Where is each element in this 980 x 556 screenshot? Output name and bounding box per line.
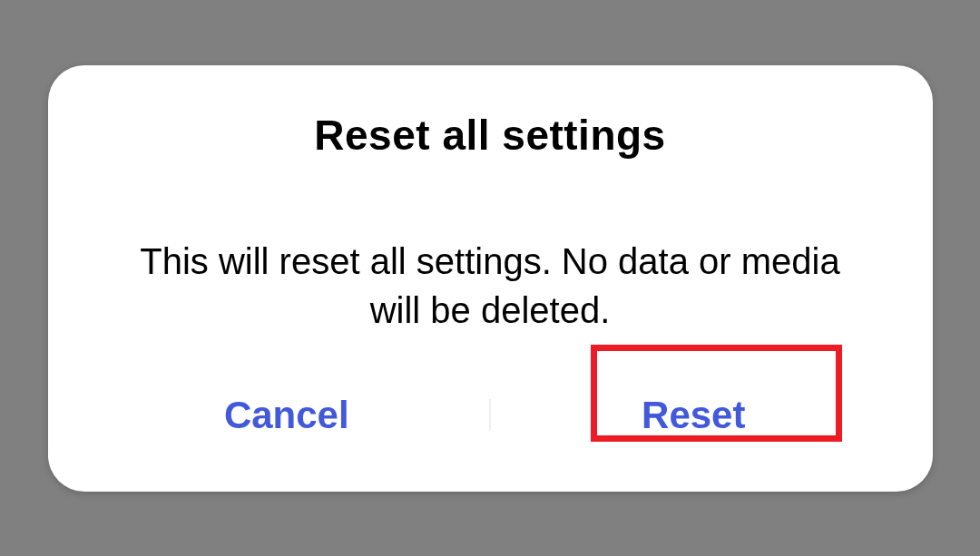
reset-button[interactable]: Reset xyxy=(596,376,790,455)
reset-button-wrapper: Reset xyxy=(491,376,897,455)
cancel-button[interactable]: Cancel xyxy=(179,376,395,455)
dialog-title: Reset all settings xyxy=(84,111,897,160)
dialog-button-row: Cancel Reset xyxy=(84,348,897,455)
cancel-button-wrapper: Cancel xyxy=(84,376,490,455)
reset-settings-dialog: Reset all settings This will reset all s… xyxy=(48,65,933,492)
dialog-message: This will reset all settings. No data or… xyxy=(84,237,897,335)
